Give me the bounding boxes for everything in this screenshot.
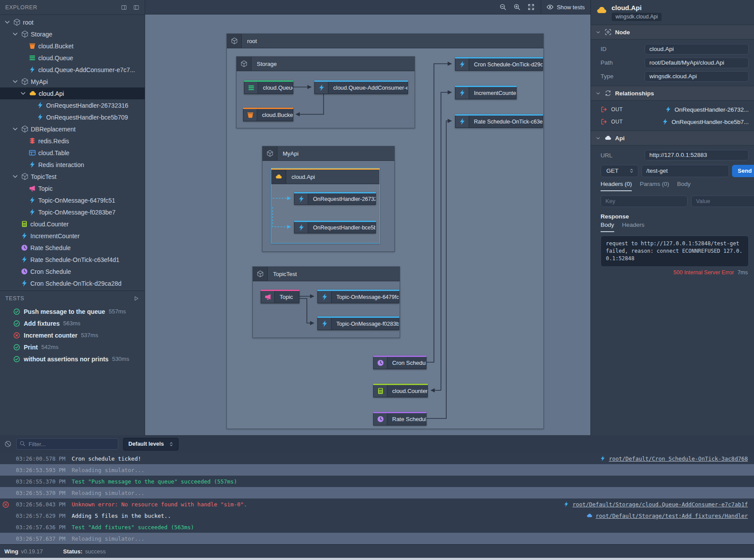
- run-tests-icon[interactable]: [133, 295, 139, 302]
- test-item[interactable]: Print542ms: [0, 341, 145, 353]
- topic-icon: [261, 291, 275, 303]
- relationships-icon: [605, 90, 612, 97]
- map-node-cron-schedule[interactable]: Cron Schedule: [373, 356, 426, 369]
- log-filter-input[interactable]: [16, 438, 118, 450]
- test-item[interactable]: Add fixtures563ms: [0, 317, 145, 329]
- node-fields: IDcloud.Api Pathroot/Default/MyApi/cloud…: [591, 40, 754, 86]
- map-node-cloud-counter[interactable]: cloud.Counter: [373, 384, 428, 397]
- tab-body[interactable]: Body: [677, 181, 691, 191]
- test-item[interactable]: Increment counter537ms: [0, 329, 145, 341]
- function-icon: [29, 161, 36, 168]
- tab-params[interactable]: Params (0): [640, 181, 669, 191]
- zoom-out-button[interactable]: [499, 4, 506, 11]
- log-source-link[interactable]: root/Default/Cron Schedule-OnTick-3ac8d7…: [609, 455, 748, 462]
- sidebar-item-topic-onmessage-2[interactable]: Topic-OnMessage-f0283be7: [0, 206, 145, 218]
- send-button[interactable]: Send: [732, 165, 754, 177]
- collapse-panel-icon[interactable]: [133, 4, 139, 11]
- tab-response-body[interactable]: Body: [601, 222, 614, 232]
- map-node-topic[interactable]: Topic: [261, 290, 299, 303]
- sidebar-item-cloud-counter[interactable]: cloud.Counter: [0, 218, 145, 230]
- log-row[interactable]: 03:26:55.370 PM Test "Push message to th…: [0, 476, 754, 487]
- test-pass-icon: [13, 356, 20, 363]
- map-node-rate-schedule[interactable]: Rate Schedule: [373, 412, 426, 425]
- log-row[interactable]: 03:26:53.593 PM Reloading simulator...: [0, 464, 754, 476]
- path-value[interactable]: root/Default/MyApi/cloud.Api: [645, 58, 749, 68]
- map-node-topic-onmessage-1[interactable]: Topic-OnMessage-6479fc51: [317, 290, 399, 303]
- function-icon: [29, 208, 36, 216]
- header-value-input[interactable]: [691, 196, 754, 207]
- log-row[interactable]: 03:26:57.636 PM Test "Add fixtures" succ…: [0, 521, 754, 533]
- section-api[interactable]: Api: [591, 131, 754, 145]
- header-key-input[interactable]: [601, 196, 688, 207]
- sidebar-item-topictest[interactable]: TopicTest: [0, 171, 145, 182]
- sidebar-item-dbreplacement[interactable]: DBReplacement: [0, 123, 145, 135]
- map-node-incrementcounter[interactable]: IncrementCounter: [455, 86, 517, 99]
- sidebar-item-myapi[interactable]: MyApi: [0, 76, 145, 87]
- sidebar-item-root[interactable]: root: [0, 16, 145, 28]
- fit-view-button[interactable]: [528, 4, 535, 11]
- app-name: Wing: [4, 548, 18, 555]
- map-node-rate-schedule-ontick[interactable]: Rate Schedule-OnTick-c63ef4d1: [455, 114, 543, 128]
- relationship-row[interactable]: OUT OnRequestHandler-26732...: [591, 103, 754, 116]
- test-item[interactable]: Push message to the queue557ms: [0, 305, 145, 317]
- map-node-topic-onmessage-2[interactable]: Topic-OnMessage-f0283be7: [317, 316, 399, 330]
- wing-console-window: EXPLORER root Storage cloud.Bucket cloud…: [0, 0, 754, 560]
- show-tests-toggle[interactable]: Show tests: [546, 4, 585, 11]
- log-row[interactable]: 03:26:00.578 PM Cron schedule ticked! ro…: [0, 453, 754, 464]
- method-select[interactable]: GET: [601, 165, 638, 177]
- sidebar-item-cloud-queue[interactable]: cloud.Queue: [0, 52, 145, 64]
- function-icon: [600, 455, 606, 462]
- function-icon: [29, 66, 36, 73]
- id-value[interactable]: cloud.Api: [645, 44, 749, 55]
- sidebar-item-topic-onmessage-1[interactable]: Topic-OnMessage-6479fc51: [0, 194, 145, 206]
- sidebar-item-cloud-bucket[interactable]: cloud.Bucket: [0, 40, 145, 52]
- api-url-value[interactable]: http://127.0.0.1:52883: [645, 150, 749, 160]
- sidebar-item-cron-schedule-ontick[interactable]: Cron Schedule-OnTick-d29ca28d: [0, 277, 145, 289]
- section-node[interactable]: Node: [591, 25, 754, 40]
- log-levels-select[interactable]: Default levels: [123, 438, 178, 451]
- sidebar-item-rate-schedule-ontick[interactable]: Rate Schedule-OnTick-c63ef4d1: [0, 254, 145, 265]
- section-relationships[interactable]: Relationships: [591, 86, 754, 101]
- log-row[interactable]: 03:26:57.637 PM Reloading simulator...: [0, 533, 754, 544]
- type-value[interactable]: wingsdk.cloud.Api: [645, 71, 749, 82]
- log-row[interactable]: 03:26:57.629 PM Adding 5 files in the bu…: [0, 510, 754, 521]
- table-icon: [29, 149, 36, 156]
- sidebar-item-redis[interactable]: redis.Redis: [0, 135, 145, 147]
- test-item[interactable]: without assertions nor prints530ms: [0, 353, 145, 365]
- sidebar-item-cron-schedule[interactable]: Cron Schedule: [0, 265, 145, 277]
- split-panel-icon[interactable]: [121, 4, 127, 11]
- map-node-queue-addconsumer[interactable]: cloud.Queue-AddConsumer-e7c7ab1f: [314, 80, 408, 94]
- sidebar-item-rate-schedule[interactable]: Rate Schedule: [0, 242, 145, 254]
- type-badge: wingsdk.cloud.Api: [612, 13, 662, 21]
- sidebar-item-cloud-api[interactable]: cloud.Api: [0, 87, 145, 99]
- map-node-cloud-bucket[interactable]: cloud.Bucket: [243, 108, 293, 121]
- sidebar-item-cloud-table[interactable]: cloud.Table: [0, 147, 145, 159]
- clear-logs-icon[interactable]: [4, 440, 11, 447]
- map-node-onrequesthandler-1[interactable]: OnRequestHandler-26732316: [294, 192, 376, 205]
- resource-map-canvas[interactable]: root Storage MyApi TopicTest cloud.Api: [145, 15, 590, 435]
- map-node-cron-schedule-ontick[interactable]: Cron Schedule-OnTick-d29ca28d: [455, 57, 543, 71]
- response-time: 7ms: [737, 269, 748, 276]
- sidebar-item-queue-addconsumer[interactable]: cloud.Queue-AddConsumer-e7c7...: [0, 64, 145, 76]
- sidebar-item-storage[interactable]: Storage: [0, 28, 145, 40]
- clock-icon: [374, 413, 387, 425]
- explorer-title: EXPLORER: [5, 4, 37, 11]
- log-source-link[interactable]: root/Default/Storage/test:Add fixtures/H…: [596, 513, 748, 519]
- tab-response-headers[interactable]: Headers: [622, 222, 645, 232]
- map-toolbar: Show tests: [145, 0, 590, 15]
- tab-headers[interactable]: Headers (0): [601, 181, 632, 191]
- map-node-cloud-queue[interactable]: cloud.Queue: [244, 80, 293, 94]
- cloud-icon: [605, 135, 612, 142]
- log-source-link[interactable]: root/Default/Storage/cloud.Queue-AddCons…: [572, 501, 748, 508]
- sidebar-item-onrequesthandler-2[interactable]: OnRequestHandler-bce5b709: [0, 111, 145, 123]
- request-path-input[interactable]: [641, 165, 729, 177]
- sidebar-item-onrequesthandler-1[interactable]: OnRequestHandler-26732316: [0, 99, 145, 111]
- zoom-in-button[interactable]: [514, 4, 521, 11]
- log-row-error[interactable]: 03:26:56.043 PM Unknown error: No resour…: [0, 498, 754, 510]
- sidebar-item-topic[interactable]: Topic: [0, 182, 145, 194]
- map-node-onrequesthandler-2[interactable]: OnRequestHandler-bce5b709: [294, 221, 376, 233]
- relationship-row[interactable]: OUT OnRequestHandler-bce5b7...: [591, 116, 754, 128]
- sidebar-item-incrementcounter[interactable]: IncrementCounter: [0, 230, 145, 242]
- log-row[interactable]: 03:26:55.370 PM Reloading simulator...: [0, 487, 754, 498]
- sidebar-item-redis-interaction[interactable]: Redis interaction: [0, 159, 145, 171]
